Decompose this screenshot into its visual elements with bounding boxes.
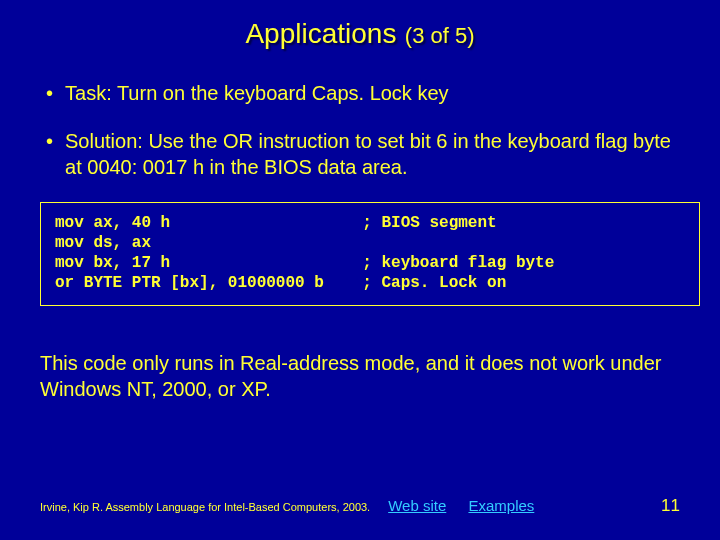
bullet-item: • Solution: Use the OR instruction to se… [40,128,680,180]
content-area: • Task: Turn on the keyboard Caps. Lock … [0,60,720,180]
bullet-marker: • [46,80,53,106]
title-area: Applications (3 of 5) [0,0,720,60]
citation: Irvine, Kip R. Assembly Language for Int… [40,501,370,513]
title-main: Applications [245,18,396,49]
page-number: 11 [661,496,680,516]
title-sub: (3 of 5) [401,23,475,48]
slide-title: Applications (3 of 5) [245,29,474,46]
note-text: This code only runs in Real-address mode… [0,306,720,402]
web-site-link[interactable]: Web site [388,497,446,514]
examples-link[interactable]: Examples [468,497,534,514]
footer-links: Web site Examples [388,497,552,514]
bullet-marker: • [46,128,53,154]
code-block: mov ax, 40 h ; BIOS segment mov ds, ax m… [40,202,700,306]
bullet-text: Task: Turn on the keyboard Caps. Lock ke… [65,80,449,106]
bullet-text: Solution: Use the OR instruction to set … [65,128,680,180]
code-content: mov ax, 40 h ; BIOS segment mov ds, ax m… [55,213,685,293]
bullet-item: • Task: Turn on the keyboard Caps. Lock … [40,80,680,106]
footer: Irvine, Kip R. Assembly Language for Int… [0,496,720,516]
